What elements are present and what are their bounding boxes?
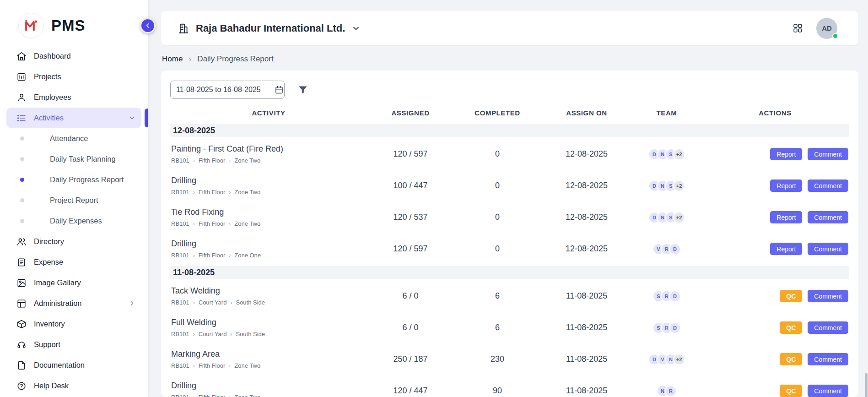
activity-cell: DrillingRB101›Fifth Floor›Zone Two (170, 176, 367, 196)
path-segment: Fifth Floor (199, 157, 226, 164)
sidebar-item-label: Image Gallary (34, 278, 81, 287)
table-row: DrillingRB101›Fifth Floor›Zone Two100 / … (170, 170, 849, 201)
path-segment: Fifth Floor (199, 189, 226, 196)
team-extra-count[interactable]: +2 (673, 148, 685, 160)
sidebar-subitem-project-report[interactable]: Project Report (0, 190, 148, 211)
comment-button[interactable]: Comment (808, 321, 848, 334)
sidebar-item-employees[interactable]: Employees (6, 87, 141, 108)
topbar-right: AD (792, 18, 837, 39)
completed-value: 0 (454, 149, 541, 159)
sidebar-subitem-daily-task-planning[interactable]: Daily Task Planning (0, 149, 148, 169)
filter-icon[interactable] (297, 84, 308, 95)
activity-location-path: RB101›Fifth Floor›Zone Two (171, 189, 367, 196)
completed-value: 90 (454, 386, 541, 396)
sidebar-item-expense[interactable]: Expense (6, 252, 141, 272)
path-separator-icon: › (229, 253, 231, 258)
team-member-avatar[interactable]: R (665, 385, 677, 397)
column-header-completed: COMPLETED (454, 109, 541, 117)
actions-cell: ReportComment (701, 211, 849, 223)
activity-cell: Marking AreaRB101›Fifth Floor›Zone Two (170, 349, 367, 369)
team-extra-count[interactable]: +2 (673, 180, 685, 192)
assigned-value: 250 / 187 (367, 354, 454, 364)
sidebar-collapse-button[interactable] (140, 18, 156, 33)
comment-button[interactable]: Comment (808, 353, 848, 365)
topbar: Raja Bahadur International Ltd. AD (161, 11, 858, 45)
breadcrumb: Home › Daily Progress Report (161, 45, 858, 71)
assigned-value: 120 / 597 (367, 149, 454, 159)
team-extra-count[interactable]: +2 (673, 353, 685, 365)
date-range-field[interactable] (170, 81, 285, 99)
activity-title: Marking Area (171, 349, 367, 359)
avatar[interactable]: AD (816, 18, 837, 39)
column-header-actions: ACTIONS (701, 109, 849, 117)
company-name: Raja Bahadur International Ltd. (196, 22, 345, 34)
team-member-avatar[interactable]: D (669, 322, 681, 334)
bullet-dot-icon (20, 178, 24, 182)
team-cell: DNS+2 (632, 212, 701, 223)
documentation-icon (16, 360, 27, 370)
sidebar-subitem-label: Daily Task Planning (50, 155, 116, 163)
activity-cell: Painting - First Coat (Fire Red)RB101›Fi… (170, 144, 367, 164)
team-member-avatar[interactable]: D (669, 243, 681, 255)
qc-button[interactable]: QC (780, 353, 802, 365)
calendar-icon[interactable] (275, 85, 284, 94)
toolbar (170, 81, 849, 103)
activity-location-path: RB101›Fifth Floor›Zone Two (171, 157, 367, 164)
path-separator-icon: › (193, 300, 195, 305)
table-row: DrillingRB101›Fifth Floor›Zone Two120 / … (170, 375, 849, 397)
directory-icon (16, 237, 27, 247)
assign-on-date: 12-08-2025 (541, 244, 632, 254)
sidebar-item-inventory[interactable]: Inventory (6, 314, 141, 334)
path-segment: RB101 (171, 220, 189, 227)
sidebar-item-label: Inventory (34, 320, 65, 328)
comment-button[interactable]: Comment (808, 179, 848, 192)
breadcrumb-home[interactable]: Home (162, 54, 183, 64)
team-extra-count[interactable]: +2 (673, 212, 685, 223)
qc-button[interactable]: QC (780, 321, 802, 334)
path-segment: Zone Two (234, 189, 260, 196)
sidebar-item-help-desk[interactable]: Help Desk (6, 375, 141, 396)
report-button[interactable]: Report (770, 211, 802, 223)
path-separator-icon: › (229, 395, 231, 397)
sidebar-subitem-attendance[interactable]: Attendance (0, 128, 148, 149)
activity-cell: Tie Rod FixingRB101›Fifth Floor›Zone Two (170, 207, 367, 227)
assign-on-date: 11-08-2025 (541, 291, 632, 301)
qc-button[interactable]: QC (780, 290, 802, 302)
sidebar-item-activities[interactable]: Activities (6, 108, 141, 128)
team-member-avatar[interactable]: D (669, 290, 681, 302)
sidebar-item-support[interactable]: Support (6, 334, 141, 355)
table-row: Tack WeldingRB101›Court Yard›South Side6… (170, 280, 849, 312)
company-selector[interactable]: Raja Bahadur International Ltd. (178, 22, 361, 34)
sidebar-item-label: Activities (34, 114, 64, 122)
sidebar-nav: DashboardProjectsEmployeesActivitiesAtte… (0, 46, 148, 396)
report-button[interactable]: Report (770, 179, 802, 192)
activities-icon (16, 113, 27, 123)
comment-button[interactable]: Comment (808, 385, 848, 397)
comment-button[interactable]: Comment (808, 290, 848, 302)
comment-button[interactable]: Comment (808, 148, 848, 160)
qc-button[interactable]: QC (780, 385, 802, 397)
logo-icon (18, 13, 44, 38)
logo: PMS (0, 0, 148, 46)
sidebar-item-projects[interactable]: Projects (6, 66, 141, 87)
sidebar-item-image-gallary[interactable]: Image Gallary (6, 272, 141, 293)
apps-grid-icon[interactable] (792, 22, 803, 34)
comment-button[interactable]: Comment (808, 211, 848, 223)
activity-cell: DrillingRB101›Fifth Floor›Zone One (170, 239, 367, 259)
group-date: 12-08-2025 (173, 126, 215, 136)
sidebar-item-dashboard[interactable]: Dashboard (6, 46, 141, 66)
comment-button[interactable]: Comment (808, 243, 848, 255)
sidebar-subitem-daily-expenses[interactable]: Daily Expenses (0, 211, 148, 231)
path-segment: South Side (236, 299, 265, 306)
activity-cell: Full WeldingRB101›Court Yard›South Side (170, 318, 367, 337)
report-button[interactable]: Report (770, 243, 802, 255)
path-segment: Zone Two (234, 362, 260, 369)
sidebar-subitem-daily-progress-report[interactable]: Daily Progress Report (0, 169, 148, 190)
path-separator-icon: › (230, 300, 232, 305)
sidebar-item-documentation[interactable]: Documentation (6, 355, 141, 375)
scrollbar-thumb[interactable] (865, 373, 868, 397)
date-range-input[interactable] (176, 86, 271, 94)
sidebar-item-administration[interactable]: Administration (6, 293, 141, 314)
report-button[interactable]: Report (770, 148, 802, 160)
sidebar-item-directory[interactable]: Directory (6, 231, 141, 252)
